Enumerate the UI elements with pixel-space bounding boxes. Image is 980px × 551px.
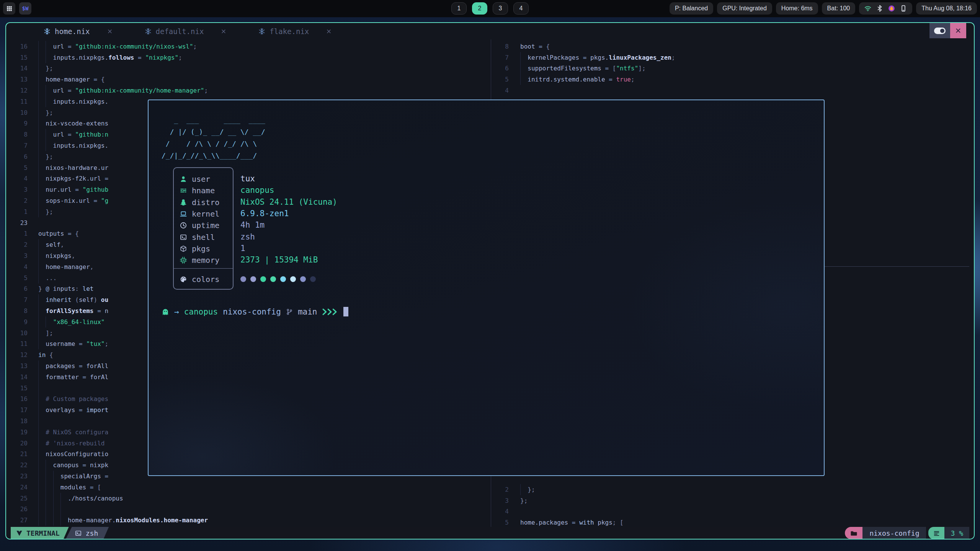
indent-guides: [38, 63, 46, 74]
fetch-box-divider: [174, 268, 233, 269]
shell-tab[interactable]: zsh: [66, 527, 109, 539]
fetch-value-memory: 2373 | 15394 MiB: [240, 254, 337, 266]
code-text: forAllSystems = n: [46, 307, 108, 315]
indent-guides: [38, 383, 46, 394]
tab-flake.nix[interactable]: flake.nix: [248, 23, 341, 39]
system-tray[interactable]: [859, 2, 912, 15]
indent-guides: [38, 416, 46, 427]
code-text: };: [46, 208, 53, 215]
code-line[interactable]: 16url = "github:nix-community/nixos-wsl"…: [6, 41, 491, 52]
bluetooth-icon[interactable]: [876, 5, 883, 12]
indent-guides: [38, 41, 53, 52]
line-number: 6: [6, 285, 38, 292]
code-line[interactable]: 6supportedFilesystems = ["ntfs"];: [491, 63, 973, 74]
status-pill[interactable]: GPU: Integrated: [717, 2, 772, 15]
fetch-row-hname: hname: [174, 185, 233, 196]
floating-terminal[interactable]: _ ___ ____ ____ / |/ (_)_ __/ __ \/ __/ …: [148, 99, 825, 476]
chip-icon: [180, 257, 187, 264]
code-line[interactable]: 12url = "github:nix-community/home-manag…: [6, 85, 491, 96]
code-line[interactable]: 14};: [6, 63, 491, 74]
line-number: 2: [491, 486, 520, 493]
workspace-button-2[interactable]: 2: [472, 2, 487, 15]
code-text: };: [46, 153, 53, 160]
indent-guides: [38, 482, 60, 493]
toggle-button[interactable]: [929, 23, 950, 38]
indent-guides: [38, 339, 46, 350]
code-line[interactable]: 8boot = {: [491, 41, 973, 52]
indent-guides: [38, 96, 53, 107]
code-text: };: [46, 65, 53, 72]
indent-guides: [38, 427, 46, 438]
package-icon: [180, 245, 187, 252]
code-line[interactable]: 5initrd.systemd.enable = true;: [491, 74, 973, 85]
prompt-text: nixos-config: [223, 307, 281, 316]
workspace-button-1[interactable]: 1: [451, 2, 467, 15]
indent-guides: [38, 239, 46, 250]
right-top-code-pane[interactable]: 8boot = {7kernelPackages = pkgs.linuxPac…: [491, 39, 973, 96]
color-dot: [270, 276, 276, 282]
fetch-colors-row: colors: [174, 274, 233, 285]
wifi-icon[interactable]: [864, 5, 871, 12]
prompt-text: canopus: [184, 307, 218, 316]
tab-close-button[interactable]: [326, 29, 332, 34]
phone-icon[interactable]: [900, 5, 907, 12]
code-line[interactable]: 24modules = [: [6, 482, 491, 493]
tab-default.nix[interactable]: default.nix: [135, 23, 237, 39]
workspace-button-4[interactable]: 4: [513, 2, 529, 15]
code-line[interactable]: 4: [491, 506, 973, 517]
code-text: specialArgs =: [60, 473, 108, 480]
line-number: 13: [6, 362, 38, 370]
indent-guides: [38, 372, 46, 383]
code-line[interactable]: 7kernelPackages = pkgs.linuxPackages_zen…: [491, 52, 973, 63]
status-pill[interactable]: Bat: 100: [822, 2, 856, 15]
line-number: 5: [491, 519, 520, 526]
workspace-widget-button[interactable]: $W: [19, 2, 31, 15]
status-pill[interactable]: P: Balanced: [670, 2, 713, 15]
line-number: 14: [6, 373, 38, 381]
line-number: 23: [6, 219, 38, 227]
code-text: nixpkgs-f2k.url =: [46, 175, 108, 182]
code-line[interactable]: 15inputs.nixpkgs.follows = "nixpkgs";: [6, 52, 491, 63]
color-dot: [280, 276, 286, 282]
indent-guides: [38, 261, 46, 272]
code-text: nixosConfiguratio: [46, 450, 108, 458]
window-close-button[interactable]: [950, 23, 966, 38]
code-line[interactable]: 2};: [491, 484, 973, 495]
toggle-icon: [934, 28, 946, 34]
code-line[interactable]: 27home-manager.nixosModules.home-manager: [6, 515, 491, 526]
indent-guides: [38, 360, 46, 372]
tab-home.nix[interactable]: home.nix: [34, 23, 122, 39]
indent-guides: [38, 294, 46, 305]
prompt-text: main: [298, 307, 317, 316]
fetch-row-shell: shell: [174, 231, 233, 243]
fetch-row-memory: memory: [174, 254, 233, 266]
color-dot: [250, 276, 256, 282]
fetch-row-user: user: [174, 173, 233, 185]
desktop-wallpaper: $W 1234 P: BalancedGPU: IntegratedHome: …: [0, 0, 980, 551]
workspace-button-3[interactable]: 3: [493, 2, 508, 15]
code-line[interactable]: 4: [491, 85, 973, 96]
code-line[interactable]: 13home-manager = {: [6, 74, 491, 85]
status-pill[interactable]: Home: 6ms: [776, 2, 818, 15]
code-line[interactable]: 26: [6, 504, 491, 515]
line-number: 4: [491, 508, 520, 515]
code-line[interactable]: 25./hosts/canopus: [6, 493, 491, 504]
line-number: 27: [6, 517, 38, 524]
vim-icon: [16, 530, 23, 536]
code-line[interactable]: 3};: [491, 495, 973, 506]
fetch-value-kernel: 6.9.8-zen1: [240, 208, 337, 219]
indent-guides: [38, 85, 53, 96]
line-number: 7: [6, 296, 38, 303]
code-line[interactable]: 5home.packages = with pkgs; [: [491, 517, 973, 528]
line-number: 7: [6, 142, 38, 149]
clock-pill[interactable]: Thu Aug 08, 18:16: [916, 2, 977, 15]
code-text: };: [528, 486, 535, 493]
app-launcher-button[interactable]: [3, 2, 15, 15]
nix-snowflake-icon: [44, 28, 51, 35]
tab-close-button[interactable]: [221, 29, 226, 34]
media-player-icon[interactable]: [888, 5, 895, 12]
indent-guides: [520, 484, 528, 495]
shell-prompt[interactable]: →canopusnixos-configmain: [162, 307, 348, 316]
tab-close-button[interactable]: [107, 29, 113, 34]
right-bottom-code-pane[interactable]: 2};3};45home.packages = with pkgs; [: [491, 484, 973, 528]
